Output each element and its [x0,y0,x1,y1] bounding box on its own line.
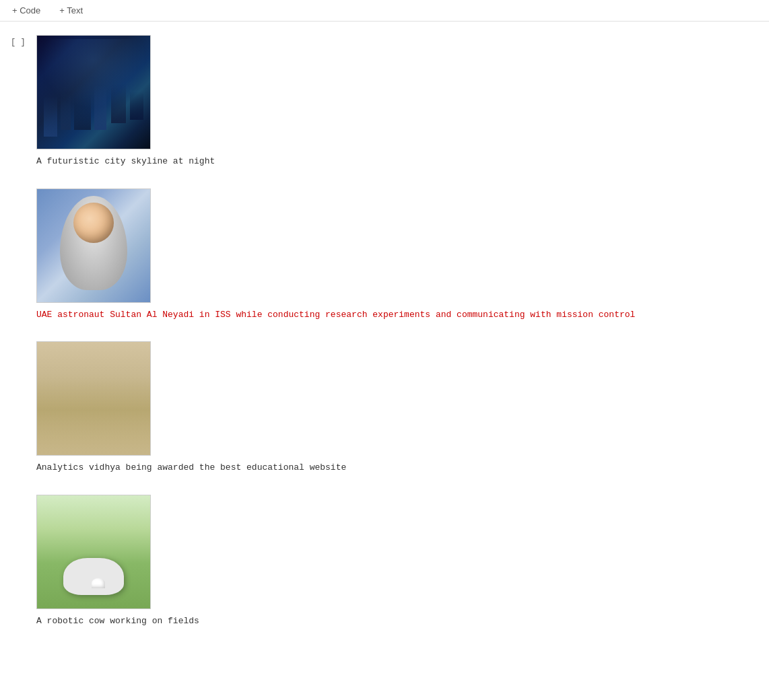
image-3 [36,341,151,456]
image-block-3: Analytics vidhya being awarded the best … [36,341,635,475]
notebook-cell: [ ] A futuristic city skyline at nightUA… [11,35,769,641]
cell-output: A futuristic city skyline at nightUAE as… [36,35,635,641]
add-text-button[interactable]: + Text [55,4,87,17]
image-2 [36,188,151,303]
image-caption-4: A robotic cow working on fields [36,615,635,628]
cell-bracket: [ ] [11,35,31,47]
image-4 [36,495,151,609]
image-block-1: A futuristic city skyline at night [36,35,635,168]
notebook-toolbar: + Code + Text [0,0,769,22]
image-block-2: UAE astronaut Sultan Al Neyadi in ISS wh… [36,188,635,322]
image-block-4: A robotic cow working on fields [36,495,635,628]
image-caption-1: A futuristic city skyline at night [36,155,635,168]
image-caption-3: Analytics vidhya being awarded the best … [36,461,635,475]
image-caption-2: UAE astronaut Sultan Al Neyadi in ISS wh… [36,308,635,322]
add-code-button[interactable]: + Code [8,4,44,17]
image-1 [36,35,151,149]
notebook-content: [ ] A futuristic city skyline at nightUA… [0,22,769,654]
